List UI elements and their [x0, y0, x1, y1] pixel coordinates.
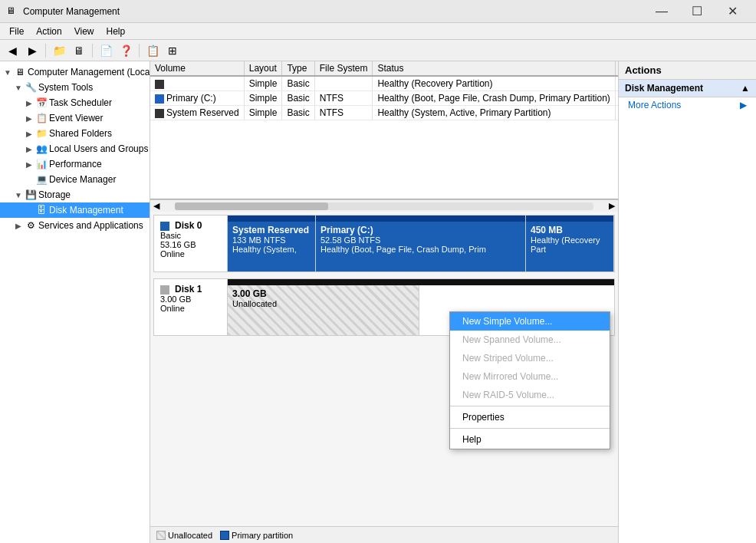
row-indicator-blue	[155, 94, 164, 104]
cell-layout: Simple	[244, 106, 282, 120]
disk0-primary[interactable]: Primary (C:) 52.58 GB NTFS Healthy (Boot…	[316, 216, 526, 272]
tree-item-performance[interactable]: ▶ 📊 Performance	[0, 156, 150, 172]
cell-volume	[150, 76, 244, 91]
toolbar-properties[interactable]: 📄	[97, 42, 115, 59]
toolbar-upfolder[interactable]: 📁	[50, 42, 68, 59]
title-bar: 🖥 Computer Management — ☐ ✕	[0, 0, 756, 23]
ctx-new-raid5: New RAID-5 Volume...	[450, 386, 610, 404]
toolbar-export[interactable]: 📋	[143, 42, 162, 59]
expand-event-viewer[interactable]: ▶	[23, 112, 35, 124]
cell-layout: Simple	[244, 76, 282, 91]
vol-size-sysres: 133 MB NTFS	[232, 235, 311, 245]
toolbar-sep1	[45, 44, 46, 58]
tree-item-task-scheduler[interactable]: ▶ 📅 Task Scheduler	[0, 95, 150, 110]
row-indicator-dark2	[155, 109, 164, 118]
vol-desc-primary: Healthy (Boot, Page File, Crash Dump, Pr…	[320, 245, 521, 254]
event-viewer-icon: 📋	[35, 112, 48, 124]
col-layout[interactable]: Layout	[244, 61, 282, 76]
scroll-left-btn[interactable]: ◀	[150, 201, 163, 211]
task-scheduler-icon: 📅	[35, 97, 48, 109]
ctx-help[interactable]: Help	[450, 430, 610, 449]
toolbar: ◀ ▶ 📁 🖥 📄 ❓ 📋 ⊞	[0, 40, 756, 61]
expand-performance[interactable]: ▶	[23, 158, 35, 170]
legend-unalloc-label: Unallocated	[168, 531, 212, 540]
tree-item-system-tools[interactable]: ▼ 🔧 System Tools	[0, 80, 150, 95]
actions-more[interactable]: More Actions ▶	[619, 97, 756, 113]
cell-type: Basic	[282, 91, 314, 106]
legend-primary-label: Primary partition	[232, 531, 293, 540]
col-type[interactable]: Type	[282, 61, 314, 76]
cell-fs	[314, 76, 373, 91]
maximize-button[interactable]: ☐	[679, 0, 715, 23]
col-status[interactable]: Status	[373, 61, 615, 76]
toolbar-forward[interactable]: ▶	[23, 42, 41, 59]
vol-desc-unalloc: Unallocated	[232, 299, 414, 308]
col-volume[interactable]: Volume	[150, 61, 244, 76]
tree-label-performance: Performance	[49, 159, 102, 169]
cell-status: Healthy (Boot, Page File, Crash Dump, Pr…	[373, 91, 615, 106]
disk1-unalloc[interactable]: 3.00 GB Unallocated	[228, 285, 419, 335]
tree-item-shared-folders[interactable]: ▶ 📁 Shared Folders	[0, 126, 150, 141]
toolbar-showdesktop[interactable]: 🖥	[70, 42, 88, 59]
toolbar-view[interactable]: ⊞	[163, 42, 182, 59]
minimize-button[interactable]: —	[644, 0, 679, 23]
disk0-recovery[interactable]: 450 MB Healthy (Recovery Part	[526, 216, 614, 272]
scroll-thumb[interactable]	[175, 202, 328, 210]
expand-storage[interactable]: ▼	[12, 189, 25, 201]
close-button[interactable]: ✕	[715, 0, 750, 23]
device-manager-icon: 💻	[35, 173, 48, 186]
tree-item-local-users[interactable]: ▶ 👥 Local Users and Groups	[0, 141, 150, 156]
tree-item-disk-management[interactable]: ▶ 🗄 Disk Management	[0, 202, 150, 218]
actions-collapse-icon[interactable]: ▲	[741, 83, 750, 94]
expand-local-users[interactable]: ▶	[23, 143, 35, 155]
vol-size-primary: 52.58 GB NTFS	[320, 235, 521, 245]
cell-volume: Primary (C:)	[150, 91, 244, 106]
disk0-volumes: System Reserved 133 MB NTFS Healthy (Sys…	[228, 216, 614, 272]
menu-help[interactable]: Help	[100, 25, 132, 38]
disk1-size: 3.00 GB	[160, 295, 191, 304]
ctx-new-spanned: New Spanned Volume...	[450, 331, 610, 349]
menu-file[interactable]: File	[3, 25, 30, 38]
table-row[interactable]: Simple Basic Healthy (Recovery Partition…	[150, 76, 618, 91]
table-hscrollbar[interactable]: ◀ ▶	[150, 199, 618, 212]
col-cap[interactable]: C	[615, 61, 618, 76]
main-container: ▼ 🖥 Computer Management (Local ▼ 🔧 Syste…	[0, 61, 756, 543]
ctx-new-striped: New Striped Volume...	[450, 349, 610, 367]
toolbar-back[interactable]: ◀	[3, 42, 21, 59]
tree-item-services-apps[interactable]: ▶ ⚙ Services and Applications	[0, 218, 150, 233]
table-row[interactable]: System Reserved Simple Basic NTFS Health…	[150, 106, 618, 120]
ctx-sep1	[450, 406, 610, 406]
ctx-properties[interactable]: Properties	[450, 408, 610, 426]
ctx-new-simple[interactable]: New Simple Volume...	[450, 312, 610, 331]
menu-action[interactable]: Action	[30, 25, 67, 38]
disk1-label: Disk 1 3.00 GB Online	[154, 279, 228, 335]
expand-services-apps[interactable]: ▶	[12, 219, 25, 232]
disk1-name: Disk 1	[175, 284, 202, 295]
menu-view[interactable]: View	[68, 25, 100, 38]
tree-item-event-viewer[interactable]: ▶ 📋 Event Viewer	[0, 110, 150, 126]
expand-shared-folders[interactable]: ▶	[23, 127, 35, 140]
vol-topbar-primary	[316, 216, 525, 222]
expand-task-scheduler[interactable]: ▶	[23, 97, 35, 109]
row-indicator	[155, 80, 164, 89]
vol-desc-recovery: Healthy (Recovery Part	[531, 235, 609, 254]
tree-item-device-manager[interactable]: ▶ 💻 Device Manager	[0, 172, 150, 187]
tree-item-storage[interactable]: ▼ 💾 Storage	[0, 187, 150, 202]
table-row[interactable]: Primary (C:) Simple Basic NTFS Healthy (…	[150, 91, 618, 106]
status-bar: Unallocated Primary partition	[150, 526, 618, 543]
actions-panel: Actions Disk Management ▲ More Actions ▶	[618, 61, 756, 543]
disk0-status: Online	[160, 249, 185, 258]
col-filesystem[interactable]: File System	[314, 61, 373, 76]
scroll-right-btn[interactable]: ▶	[606, 201, 618, 211]
legend-unalloc: Unallocated	[156, 531, 212, 540]
vol-desc-sysres: Healthy (System,	[232, 245, 311, 254]
disk-visual-area: Disk 0 Basic 53.16 GB Online System Rese…	[150, 212, 618, 526]
toolbar-help[interactable]: ❓	[117, 42, 135, 59]
expand-system-tools[interactable]: ▼	[12, 81, 25, 94]
expand-root[interactable]: ▼	[2, 66, 14, 78]
disk1-status: Online	[160, 304, 185, 313]
tree-root[interactable]: ▼ 🖥 Computer Management (Local	[0, 64, 150, 80]
actions-header: Actions	[619, 61, 756, 80]
disk0-sysres[interactable]: System Reserved 133 MB NTFS Healthy (Sys…	[228, 216, 316, 272]
shared-folders-icon: 📁	[35, 127, 48, 140]
